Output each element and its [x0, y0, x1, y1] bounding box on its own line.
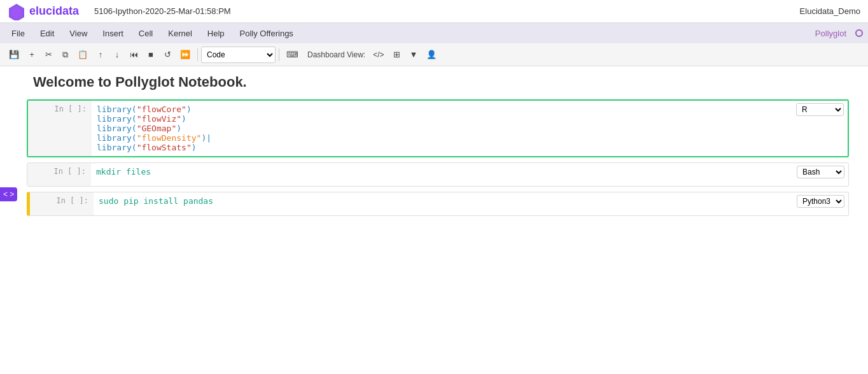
restart-button[interactable]: ↺	[160, 47, 175, 63]
toolbar-sep-2	[279, 48, 279, 61]
toolbar-sep-1	[197, 48, 198, 61]
add-cell-button[interactable]: +	[24, 47, 39, 63]
logo-text: elucidata	[29, 4, 79, 18]
cell-2: In [ ]: mkdir files Bash R Python3	[27, 162, 849, 187]
sidebar-toggle[interactable]: < >	[0, 187, 17, 201]
cell-3: In [ ]: sudo pip install pandas Python3 …	[27, 192, 849, 216]
cell-1-line-2: library("flowViz")	[97, 114, 787, 124]
user-name: Elucidata_Demo	[800, 6, 860, 16]
menu-edit[interactable]: Edit	[34, 26, 60, 41]
code-view-button[interactable]: </>	[369, 47, 388, 63]
menu-help[interactable]: Help	[201, 26, 231, 41]
dropdown-button[interactable]: ▼	[406, 47, 422, 63]
notebook-title-bar: 5106-Ipython-2020-25-Mar-01:58:PM	[94, 6, 231, 16]
step-button[interactable]: ⏩	[176, 47, 194, 63]
save-button[interactable]: 💾	[5, 47, 23, 63]
kernel-indicator: Pollyglot	[809, 26, 863, 41]
elucidata-logo-icon	[8, 3, 25, 20]
stop-button[interactable]: ■	[143, 47, 158, 63]
cell-1-prompt: In [ ]:	[28, 101, 92, 156]
cell-1-lang: R Python3 Bash	[792, 101, 848, 156]
cell-1-line-4: library("flowDensity")|	[97, 133, 787, 143]
cell-3-line-1: sudo pip install pandas	[99, 196, 788, 206]
menu-cell[interactable]: Cell	[132, 26, 159, 41]
cell-1-line-3: library("GEOmap")	[97, 124, 787, 133]
logo-area: elucidata 5106-Ipython-2020-25-Mar-01:58…	[8, 3, 231, 20]
move-down-button[interactable]: ↓	[109, 47, 125, 63]
toolbar: 💾 + ✂ ⧉ 📋 ↑ ↓ ⏮ ■ ↺ ⏩ Code Markdown Raw …	[0, 43, 868, 66]
paste-button[interactable]: 📋	[74, 47, 92, 63]
cell-2-lang: Bash R Python3	[793, 163, 848, 186]
cell-1-lang-select[interactable]: R Python3 Bash	[796, 103, 844, 116]
menu-insert[interactable]: Insert	[96, 26, 130, 41]
dashboard-label: Dashboard View:	[307, 50, 365, 59]
main-content: < > Welcome to Pollyglot Notebook. In [ …	[0, 66, 868, 374]
cell-2-line-1: mkdir files	[96, 167, 788, 176]
cell-type-select[interactable]: Code Markdown Raw NBConvert Heading	[201, 47, 276, 63]
menu-kernel[interactable]: Kernel	[162, 26, 199, 41]
cell-3-prompt: In [ ]:	[30, 192, 94, 215]
kernel-circle	[855, 29, 863, 37]
copy-button[interactable]: ⧉	[57, 47, 73, 63]
notebook-heading: Welcome to Pollyglot Notebook.	[33, 74, 849, 90]
user-button[interactable]: 👤	[423, 47, 440, 63]
cell-3-lang: Python3 R Bash	[793, 192, 848, 215]
cell-2-body[interactable]: mkdir files	[91, 163, 793, 186]
cell-3-lang-select[interactable]: Python3 R Bash	[797, 195, 844, 208]
menu-bar: File Edit View Insert Cell Kernel Help P…	[0, 23, 868, 43]
cell-2-lang-select[interactable]: Bash R Python3	[797, 166, 844, 178]
grid-view-button[interactable]: ⊞	[389, 47, 405, 63]
pollyglot-label: Pollyglot	[809, 26, 853, 41]
menu-view[interactable]: View	[63, 26, 94, 41]
keyboard-button[interactable]: ⌨	[283, 47, 302, 63]
menu-polly-offerings[interactable]: Polly Offerings	[234, 26, 300, 41]
menu-file[interactable]: File	[5, 26, 31, 41]
cell-3-body[interactable]: sudo pip install pandas	[94, 192, 793, 215]
cell-1: In [ ]: library("flowCore") library("flo…	[27, 99, 849, 157]
move-up-button[interactable]: ↑	[93, 47, 108, 63]
sidebar-toggle-label: < >	[3, 190, 14, 199]
cut-button[interactable]: ✂	[41, 47, 56, 63]
cell-1-line-1: library("flowCore")	[97, 104, 787, 114]
fast-backward-button[interactable]: ⏮	[126, 47, 142, 63]
cell-1-body[interactable]: library("flowCore") library("flowViz") l…	[92, 101, 792, 156]
top-bar: elucidata 5106-Ipython-2020-25-Mar-01:58…	[0, 0, 868, 23]
cell-2-prompt: In [ ]:	[27, 163, 91, 186]
cell-1-line-5: library("flowStats")	[97, 143, 787, 152]
